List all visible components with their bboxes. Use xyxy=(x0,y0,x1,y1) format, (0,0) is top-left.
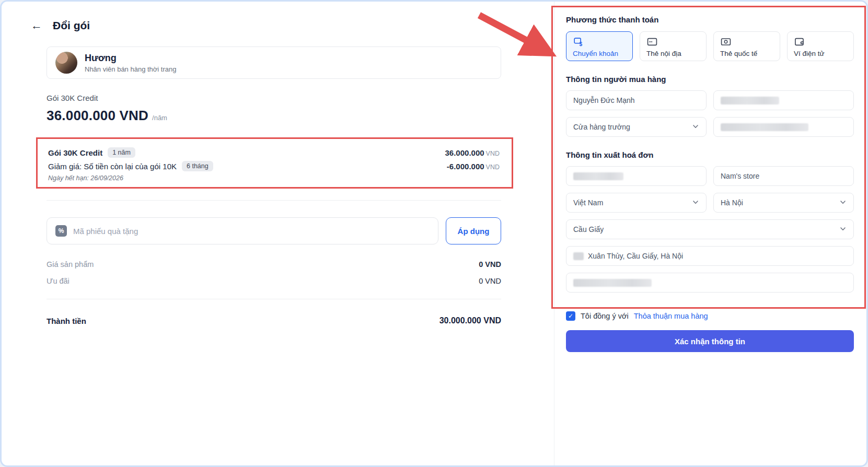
redacted-value xyxy=(721,97,779,104)
invoice-address-input[interactable]: Xuân Thủy, Cầu Giấy, Hà Nội xyxy=(566,246,854,266)
agreement-text: Tôi đồng ý với xyxy=(581,312,629,320)
page-title: Đổi gói xyxy=(53,19,90,32)
app-window: ← Đổi gói Hương Nhân viên bán hàng thời … xyxy=(0,0,868,467)
avatar xyxy=(55,52,77,74)
invoice-store-input[interactable]: Nam's store xyxy=(713,166,854,186)
expiry-note: Ngày hết hạn: 26/09/2026 xyxy=(48,174,500,182)
payment-method-label: Ví điện tử xyxy=(794,50,847,57)
plan-price: 36.000.000 VND xyxy=(47,108,148,124)
bank-transfer-icon: $ xyxy=(573,36,626,50)
apply-voucher-button[interactable]: Áp dụng xyxy=(446,217,501,244)
redacted-value xyxy=(573,279,652,287)
voucher-input[interactable] xyxy=(73,227,430,236)
order-item-amount: -6.000.000VND xyxy=(447,162,500,171)
summary-value: 0 VND xyxy=(479,260,501,268)
payment-method-e-wallet[interactable]: Ví điện tử xyxy=(787,31,854,61)
agreement-checkbox[interactable]: ✓ xyxy=(566,311,575,321)
plan-period: /năm xyxy=(152,114,167,122)
payment-method-international-card[interactable]: Thẻ quốc tế xyxy=(713,31,780,61)
voucher-field: % xyxy=(47,217,438,244)
payment-methods-title: Phương thức thanh toán xyxy=(566,15,854,24)
summary-value: 0 VND xyxy=(479,277,501,285)
total-value: 30.000.000 VND xyxy=(439,316,501,325)
buyer-role-select[interactable]: Cửa hàng trưởng xyxy=(566,117,707,137)
user-name: Hương xyxy=(85,52,176,64)
back-icon[interactable]: ← xyxy=(31,20,42,31)
agreement-row: ✓ Tôi đồng ý với Thỏa thuận mua hàng xyxy=(566,311,854,321)
order-item-duration-badge: 1 năm xyxy=(108,147,135,158)
chevron-down-icon xyxy=(692,123,699,132)
order-item-label: Giảm giá: Số tiền còn lại của gói 10K xyxy=(48,162,177,171)
user-card: Hương Nhân viên bán hàng thời trang xyxy=(47,46,501,79)
confirm-button[interactable]: Xác nhận thông tin xyxy=(566,330,854,352)
invoice-tax-input[interactable] xyxy=(566,166,707,186)
coupon-icon: % xyxy=(55,225,67,237)
divider xyxy=(47,200,501,201)
buyer-email-input[interactable] xyxy=(713,117,854,137)
summary-row: Giá sản phẩm 0 VND xyxy=(47,260,501,268)
total-row: Thành tiền 30.000.000 VND xyxy=(47,316,501,325)
payment-method-domestic-card[interactable]: Thẻ nội địa xyxy=(640,31,707,61)
buyer-name-input[interactable]: Nguyễn Đức Mạnh xyxy=(566,90,707,110)
payment-method-list: $ Chuyển khoản Thẻ nội địa Thẻ quốc tế xyxy=(566,31,854,61)
redacted-value xyxy=(573,252,584,260)
order-item-row: Giảm giá: Số tiền còn lại của gói 10K 6 … xyxy=(48,161,500,171)
order-item-amount: 36.000.000VND xyxy=(445,148,500,157)
total-label: Thành tiền xyxy=(47,317,86,325)
redacted-value xyxy=(573,172,623,180)
summary-row: Ưu đãi 0 VND xyxy=(47,277,501,285)
redacted-value xyxy=(721,123,808,131)
payment-method-label: Thẻ quốc tế xyxy=(720,50,773,57)
payment-method-label: Chuyển khoản xyxy=(573,50,626,57)
payment-panel: Phương thức thanh toán $ Chuyển khoản Th… xyxy=(554,2,866,465)
buyer-info-title: Thông tin người mua hàng xyxy=(566,75,854,84)
invoice-country-select[interactable]: Việt Nam xyxy=(566,193,707,213)
divider xyxy=(47,299,501,299)
summary-label: Giá sản phẩm xyxy=(47,260,94,268)
international-card-icon xyxy=(720,36,773,50)
domestic-card-icon xyxy=(646,36,700,50)
plan-name: Gói 30K Credit xyxy=(47,94,501,102)
chevron-down-icon xyxy=(692,199,699,207)
invoice-email-input[interactable] xyxy=(566,273,854,293)
order-panel: ← Đổi gói Hương Nhân viên bán hàng thời … xyxy=(2,2,554,465)
order-item-duration-badge: 6 tháng xyxy=(182,161,213,171)
svg-text:$: $ xyxy=(579,41,582,47)
order-item-row: Gói 30K Credit 1 năm 36.000.000VND xyxy=(48,147,500,158)
invoice-district-select[interactable]: Cầu Giấy xyxy=(566,219,854,239)
invoice-info-title: Thông tin xuất hoá đơn xyxy=(566,150,854,159)
chevron-down-icon xyxy=(839,199,847,207)
agreement-link[interactable]: Thỏa thuận mua hàng xyxy=(634,312,708,320)
user-role: Nhân viên bán hàng thời trang xyxy=(85,65,176,73)
e-wallet-icon xyxy=(794,36,847,50)
buyer-phone-input[interactable] xyxy=(713,90,854,110)
payment-method-label: Thẻ nội địa xyxy=(646,50,700,57)
order-item-label: Gói 30K Credit xyxy=(48,148,102,157)
invoice-city-select[interactable]: Hà Nội xyxy=(713,193,854,213)
page-header: ← Đổi gói xyxy=(31,19,501,32)
chevron-down-icon xyxy=(839,225,847,234)
order-items-annotated-box: Gói 30K Credit 1 năm 36.000.000VND Giảm … xyxy=(36,137,513,189)
payment-method-bank-transfer[interactable]: $ Chuyển khoản xyxy=(566,31,633,61)
summary-label: Ưu đãi xyxy=(47,277,70,285)
